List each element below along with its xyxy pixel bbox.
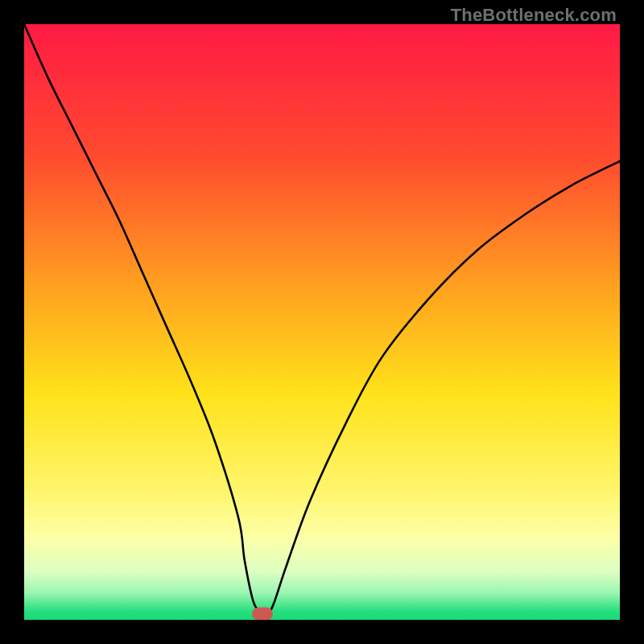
plot-area (24, 24, 620, 620)
bottleneck-chart-svg (24, 24, 620, 620)
chart-frame: TheBottleneck.com (0, 0, 644, 644)
watermark-text: TheBottleneck.com (451, 5, 617, 26)
gradient-background (24, 24, 620, 620)
optimal-marker (252, 607, 273, 620)
